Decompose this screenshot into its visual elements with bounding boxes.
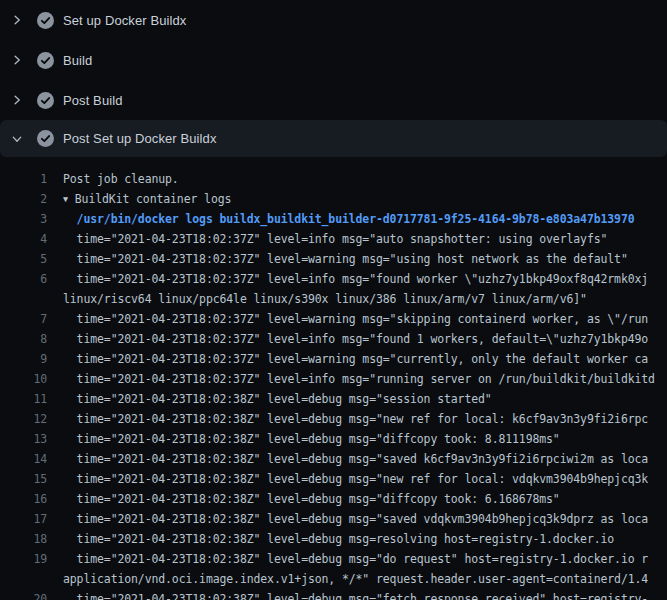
log-command-text: /usr/bin/docker logs buildx_buildkit_bui… [63, 209, 635, 229]
log-line: 2▼ BuildKit container logs [0, 189, 667, 209]
log-line: 14 time="2021-04-23T18:02:38Z" level=deb… [0, 449, 667, 469]
line-number[interactable]: 19 [0, 549, 47, 569]
log-text: time="2021-04-23T18:02:38Z" level=debug … [63, 429, 560, 449]
log-line: 16 time="2021-04-23T18:02:38Z" level=deb… [0, 489, 667, 509]
log-line-wrap: application/vnd.oci.image.index.v1+json,… [0, 569, 667, 589]
line-number[interactable]: 11 [0, 389, 47, 409]
line-number[interactable]: 17 [0, 509, 47, 529]
log-line: 19 time="2021-04-23T18:02:38Z" level=deb… [0, 549, 667, 569]
line-number[interactable]: 16 [0, 489, 47, 509]
chevron-down-icon [10, 132, 24, 146]
log-text: time="2021-04-23T18:02:38Z" level=debug … [63, 529, 614, 549]
line-number[interactable]: 20 [0, 589, 47, 600]
log-text: time="2021-04-23T18:02:38Z" level=debug … [63, 489, 560, 509]
step-row-build[interactable]: Build [0, 40, 667, 80]
step-title: Build [63, 54, 92, 67]
log-text: time="2021-04-23T18:02:38Z" level=debug … [63, 469, 648, 489]
log-text: time="2021-04-23T18:02:37Z" level=warnin… [63, 249, 628, 269]
line-number[interactable]: 12 [0, 409, 47, 429]
log-line: 11 time="2021-04-23T18:02:38Z" level=deb… [0, 389, 667, 409]
step-row-post-set-up-docker-buildx[interactable]: Post Set up Docker Buildx [0, 120, 667, 157]
log-line: 9 time="2021-04-23T18:02:37Z" level=warn… [0, 349, 667, 369]
log-text: time="2021-04-23T18:02:38Z" level=debug … [63, 449, 648, 469]
line-number[interactable]: 13 [0, 429, 47, 449]
log-text: time="2021-04-23T18:02:37Z" level=info m… [63, 269, 648, 289]
step-row-post-build[interactable]: Post Build [0, 80, 667, 120]
log-text: time="2021-04-23T18:02:37Z" level=info m… [63, 369, 655, 389]
line-number[interactable]: 1 [0, 169, 47, 189]
log-text: Post job cleanup. [63, 169, 179, 189]
log-line: 6 time="2021-04-23T18:02:37Z" level=info… [0, 269, 667, 289]
log-line: 10 time="2021-04-23T18:02:37Z" level=inf… [0, 369, 667, 389]
line-number [0, 289, 47, 309]
line-number[interactable]: 15 [0, 469, 47, 489]
log-line: 7 time="2021-04-23T18:02:37Z" level=warn… [0, 309, 667, 329]
log-text[interactable]: ▼ BuildKit container logs [63, 189, 231, 209]
line-number[interactable]: 5 [0, 249, 47, 269]
check-circle-icon [37, 92, 54, 109]
check-circle-icon [37, 130, 54, 147]
line-number[interactable]: 9 [0, 349, 47, 369]
line-number[interactable]: 4 [0, 229, 47, 249]
chevron-right-icon [10, 93, 24, 107]
line-number[interactable]: 10 [0, 369, 47, 389]
log-text: time="2021-04-23T18:02:37Z" level=warnin… [63, 309, 648, 329]
check-circle-icon [37, 52, 54, 69]
line-number[interactable]: 6 [0, 269, 47, 289]
step-title: Set up Docker Buildx [63, 14, 186, 27]
step-row-set-up-docker-buildx[interactable]: Set up Docker Buildx [0, 0, 667, 40]
line-number [0, 569, 47, 589]
log-line: 8 time="2021-04-23T18:02:37Z" level=info… [0, 329, 667, 349]
chevron-right-icon [10, 53, 24, 67]
log-text: time="2021-04-23T18:02:38Z" level=debug … [63, 589, 648, 600]
group-collapse-icon[interactable]: ▼ [63, 189, 68, 209]
line-number[interactable]: 18 [0, 529, 47, 549]
log-text: time="2021-04-23T18:02:38Z" level=debug … [63, 409, 648, 429]
log-text: time="2021-04-23T18:02:38Z" level=debug … [63, 389, 492, 409]
chevron-right-icon [10, 13, 24, 27]
log-line: 3 /usr/bin/docker logs buildx_buildkit_b… [0, 209, 667, 229]
line-number[interactable]: 14 [0, 449, 47, 469]
step-title: Post Set up Docker Buildx [63, 132, 217, 145]
line-number[interactable]: 8 [0, 329, 47, 349]
log-text: linux/riscv64 linux/ppc64le linux/s390x … [63, 289, 587, 309]
log-output[interactable]: 1Post job cleanup.2▼ BuildKit container … [0, 157, 667, 600]
log-line: 12 time="2021-04-23T18:02:38Z" level=deb… [0, 409, 667, 429]
log-line: 17 time="2021-04-23T18:02:38Z" level=deb… [0, 509, 667, 529]
line-number[interactable]: 3 [0, 209, 47, 229]
log-text: time="2021-04-23T18:02:38Z" level=debug … [63, 509, 648, 529]
line-number[interactable]: 2 [0, 189, 47, 209]
log-line-wrap: linux/riscv64 linux/ppc64le linux/s390x … [0, 289, 667, 309]
step-title: Post Build [63, 94, 123, 107]
log-text: application/vnd.oci.image.index.v1+json,… [63, 569, 648, 589]
log-text: time="2021-04-23T18:02:37Z" level=info m… [63, 329, 648, 349]
log-line: 20 time="2021-04-23T18:02:38Z" level=deb… [0, 589, 667, 600]
log-line: 13 time="2021-04-23T18:02:38Z" level=deb… [0, 429, 667, 449]
log-text: time="2021-04-23T18:02:37Z" level=warnin… [63, 349, 648, 369]
log-text: time="2021-04-23T18:02:37Z" level=info m… [63, 229, 607, 249]
log-line: 5 time="2021-04-23T18:02:37Z" level=warn… [0, 249, 667, 269]
steps-list: Set up Docker Buildx Build Post Build Po… [0, 0, 667, 157]
log-line: 15 time="2021-04-23T18:02:38Z" level=deb… [0, 469, 667, 489]
log-line: 18 time="2021-04-23T18:02:38Z" level=deb… [0, 529, 667, 549]
log-text: time="2021-04-23T18:02:38Z" level=debug … [63, 549, 648, 569]
log-line: 1Post job cleanup. [0, 169, 667, 189]
check-circle-icon [37, 12, 54, 29]
log-line: 4 time="2021-04-23T18:02:37Z" level=info… [0, 229, 667, 249]
line-number[interactable]: 7 [0, 309, 47, 329]
